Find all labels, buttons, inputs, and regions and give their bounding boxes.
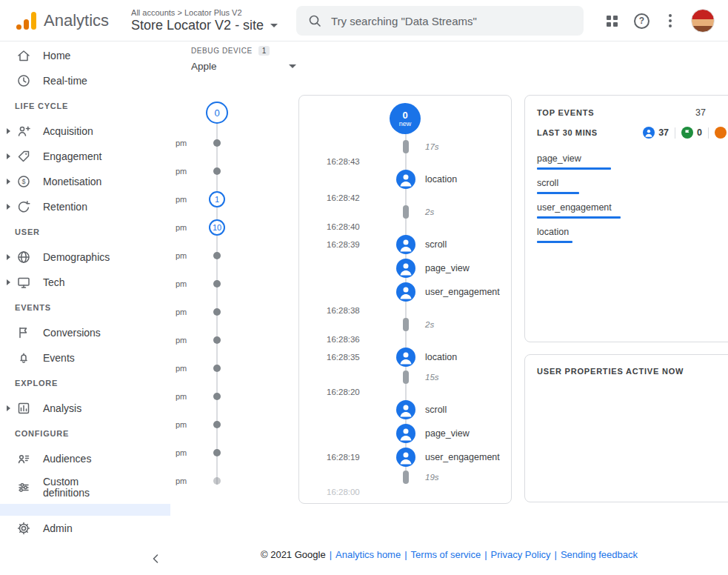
- event-count-bar: [537, 192, 579, 194]
- sidebar-item-monetisation[interactable]: $ Monetisation: [0, 169, 170, 194]
- sidebar-item-audiences[interactable]: Audiences: [0, 446, 170, 471]
- minute-node[interactable]: pm: [170, 326, 298, 354]
- minute-node[interactable]: pm: [170, 157, 298, 185]
- expand-arrow-icon[interactable]: [7, 128, 10, 134]
- top-event-row[interactable]: page_view: [537, 153, 727, 170]
- stream-timestamp: 16:28:40: [299, 220, 511, 233]
- stream-timestamp: 16:28:38: [299, 304, 511, 316]
- stream-event[interactable]: user_engagement: [299, 280, 511, 304]
- seconds-current-node[interactable]: 0 new: [390, 103, 421, 134]
- minute-node[interactable]: pm: [170, 270, 298, 298]
- minute-node[interactable]: pm: [170, 298, 298, 326]
- footer-link-analytics-home[interactable]: Analytics home: [335, 549, 401, 560]
- conversion-flag-icon: [681, 127, 693, 139]
- expand-arrow-icon[interactable]: [7, 179, 10, 185]
- sidebar-item-acquisition[interactable]: Acquisition: [0, 119, 170, 144]
- sidebar-item-demographics[interactable]: Demographics: [0, 245, 170, 270]
- stream-event[interactable]: 16:28:19 user_engagement: [299, 445, 511, 469]
- minute-node-current[interactable]: 0: [170, 96, 298, 129]
- minute-node-count[interactable]: pm 10: [170, 213, 298, 242]
- more-menu-icon[interactable]: [666, 11, 675, 30]
- sidebar-item-custom-definitions[interactable]: Custom definitions: [0, 471, 170, 504]
- minute-dot: [213, 139, 221, 147]
- avatar[interactable]: [691, 9, 715, 33]
- sidebar-section-events: EVENTS: [0, 295, 170, 320]
- minute-node[interactable]: pm: [170, 129, 298, 157]
- user-event-icon: [396, 424, 415, 443]
- stream-event[interactable]: scroll: [299, 398, 511, 422]
- debug-device-label: DEBUG DEVICE: [191, 47, 253, 55]
- top-event-row[interactable]: user_engagement: [537, 202, 727, 219]
- user-event-icon: [643, 127, 655, 139]
- debug-device-value: Apple: [191, 61, 217, 72]
- event-count-bar: [537, 167, 611, 170]
- counter-divider: [708, 127, 709, 139]
- minute-node[interactable]: pm: [170, 411, 298, 439]
- sidebar-item-analysis[interactable]: Analysis: [0, 396, 170, 421]
- sidebar-item-events[interactable]: Events: [0, 345, 170, 370]
- sidebar-item-tech[interactable]: Tech: [0, 270, 170, 295]
- top-event-row[interactable]: location: [537, 227, 727, 243]
- logo-bar-tall: [31, 12, 36, 30]
- search-input[interactable]: Try searching "Data Streams": [296, 6, 584, 36]
- copyright: © 2021 Google: [261, 549, 326, 560]
- minute-dot: [213, 477, 221, 485]
- sidebar: Home Real-time LIFE CYCLE Acquisition En…: [0, 41, 170, 575]
- expand-arrow-icon[interactable]: [7, 153, 10, 159]
- minute-node[interactable]: pm: [170, 439, 298, 467]
- top-event-row[interactable]: scroll: [537, 178, 727, 194]
- user-event-icon: [396, 448, 415, 467]
- footer-link-privacy[interactable]: Privacy Policy: [491, 549, 551, 560]
- gear-icon: [16, 521, 31, 536]
- minute-node[interactable]: pm: [170, 354, 298, 382]
- home-icon: [16, 48, 31, 63]
- minute-node[interactable]: pm: [170, 467, 298, 495]
- apps-grid-icon[interactable]: [607, 16, 618, 27]
- expand-arrow-icon[interactable]: [7, 405, 10, 411]
- debug-device-select[interactable]: Apple: [191, 61, 296, 75]
- stream-event[interactable]: 16:28:39 scroll: [299, 233, 511, 256]
- event-count-bar: [537, 216, 621, 219]
- sidebar-item-selected-highlight[interactable]: [0, 504, 170, 516]
- stream-event[interactable]: location: [299, 167, 511, 191]
- audiences-icon: [16, 451, 31, 466]
- seconds-stream-card: 0 new 17s 16:28:43 location 16:28:42 2s …: [298, 95, 512, 504]
- footer: © 2021 Google|Analytics home|Terms of se…: [170, 549, 728, 560]
- minute-node-count[interactable]: pm 1: [170, 185, 298, 213]
- footer-link-feedback[interactable]: Sending feedback: [561, 549, 638, 560]
- expand-arrow-icon[interactable]: [7, 254, 10, 260]
- errors-counter[interactable]: [715, 127, 727, 139]
- analytics-logo-icon[interactable]: [16, 12, 36, 30]
- monetisation-icon: $: [16, 174, 31, 189]
- property-block: All accounts > Locator Plus V2 Store Loc…: [131, 8, 278, 33]
- expand-arrow-icon[interactable]: [7, 279, 10, 285]
- stream-event[interactable]: page_view: [299, 422, 511, 445]
- minute-dot: [213, 280, 221, 288]
- expand-arrow-icon[interactable]: [7, 204, 10, 210]
- minute-node[interactable]: pm: [170, 382, 298, 411]
- sidebar-item-realtime[interactable]: Real-time: [0, 68, 170, 93]
- minute-dot: [213, 449, 221, 456]
- sidebar-collapse-button[interactable]: [145, 548, 166, 569]
- sidebar-item-conversions[interactable]: Conversions: [0, 320, 170, 345]
- sidebar-item-admin[interactable]: Admin: [0, 516, 170, 541]
- footer-link-terms[interactable]: Terms of service: [411, 549, 481, 560]
- breadcrumb[interactable]: All accounts > Locator Plus V2: [131, 8, 278, 17]
- users-counter[interactable]: 37: [643, 127, 669, 139]
- minute-node[interactable]: pm: [170, 242, 298, 270]
- conversions-counter[interactable]: 0: [681, 127, 702, 139]
- user-event-icon: [396, 235, 415, 254]
- help-glyph: ?: [639, 16, 644, 26]
- engagement-icon: [16, 149, 31, 164]
- stream-gap: 15s: [299, 369, 511, 385]
- stream-event[interactable]: page_view: [299, 256, 511, 280]
- sidebar-item-home[interactable]: Home: [0, 43, 170, 68]
- minute-dot: [213, 252, 221, 259]
- stream-gap: 2s: [299, 316, 511, 333]
- stream-event[interactable]: 16:28:35 location: [299, 345, 511, 369]
- search-placeholder: Try searching "Data Streams": [331, 15, 477, 27]
- help-icon[interactable]: ?: [634, 13, 649, 29]
- sidebar-item-retention[interactable]: Retention: [0, 194, 170, 219]
- sidebar-item-engagement[interactable]: Engagement: [0, 144, 170, 169]
- property-switcher[interactable]: Store Locator V2 - site: [131, 18, 278, 33]
